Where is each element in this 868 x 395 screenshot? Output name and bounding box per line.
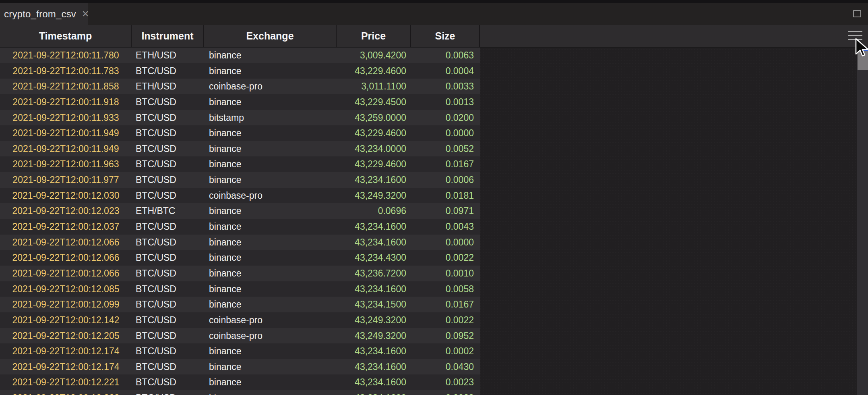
cell-exchange: binance [204, 266, 337, 281]
table-row[interactable]: 2021-09-22T12:00:11.933 BTC/USD bitstamp… [0, 110, 480, 126]
cell-timestamp: 2021-09-22T12:00:11.783 [0, 63, 132, 79]
cell-price: 43,234.1600 [337, 235, 411, 250]
cell-size: 0.0200 [411, 110, 480, 126]
table-row[interactable]: 2021-09-22T12:00:12.205 BTC/USD coinbase… [0, 328, 480, 344]
cell-timestamp: 2021-09-22T12:00:11.977 [0, 172, 132, 188]
tab-close-icon[interactable]: ✕ [82, 10, 89, 19]
table-row[interactable]: 2021-09-22T12:00:12.066 BTC/USD binance … [0, 235, 480, 250]
cell-timestamp: 2021-09-22T12:00:11.933 [0, 110, 132, 126]
cell-exchange: coinbase-pro [204, 328, 337, 344]
cell-exchange: binance [204, 219, 337, 235]
cell-timestamp: 2021-09-22T12:00:12.174 [0, 343, 132, 359]
cell-price: 43,234.1600 [337, 172, 411, 188]
table-row[interactable]: 2021-09-22T12:00:11.780 ETH/USD binance … [0, 48, 480, 63]
cell-instrument: BTC/USD [132, 141, 204, 157]
cell-size: 0.0167 [411, 297, 480, 312]
cell-size: 0.0063 [411, 48, 480, 63]
cell-timestamp: 2021-09-22T12:00:12.066 [0, 266, 132, 281]
cell-exchange: binance [204, 343, 337, 359]
cell-timestamp: 2021-09-22T12:00:12.085 [0, 281, 132, 297]
cell-instrument: BTC/USD [132, 328, 204, 344]
cell-size: 0.0043 [411, 219, 480, 235]
cell-size: 0.0022 [411, 312, 480, 328]
window-top-strip [0, 0, 868, 3]
cell-exchange: binance [204, 250, 337, 266]
vertical-scrollbar[interactable] [857, 48, 868, 395]
cell-timestamp: 2021-09-22T12:00:11.780 [0, 48, 132, 63]
tab-title: crypto_from_csv [4, 8, 76, 20]
cell-price: 43,234.1600 [337, 359, 411, 375]
table-row[interactable]: 2021-09-22T12:00:12.037 BTC/USD binance … [0, 219, 480, 235]
cell-timestamp: 2021-09-22T12:00:12.023 [0, 203, 132, 219]
cell-size: 0.0006 [411, 172, 480, 188]
cell-size: 0.0000 [411, 125, 480, 141]
cell-price: 3,011.1100 [337, 79, 411, 94]
table-row[interactable]: 2021-09-22T12:00:12.174 BTC/USD binance … [0, 343, 480, 359]
cell-exchange: binance [204, 48, 337, 63]
cell-size: 0.0058 [411, 281, 480, 297]
table-row[interactable]: 2021-09-22T12:00:12.023 ETH/BTC binance … [0, 203, 480, 219]
cell-size: 0.0033 [411, 79, 480, 94]
menu-hamburger-icon[interactable] [848, 31, 862, 40]
cell-size: 0.0167 [411, 156, 480, 172]
cell-timestamp: 2021-09-22T12:00:12.066 [0, 250, 132, 266]
table-row[interactable]: 2021-09-22T12:00:12.066 BTC/USD binance … [0, 250, 480, 266]
cell-instrument: BTC/USD [132, 156, 204, 172]
table-row[interactable]: 2021-09-22T12:00:11.949 BTC/USD binance … [0, 141, 480, 157]
cell-timestamp: 2021-09-22T12:00:11.949 [0, 125, 132, 141]
cell-exchange: binance [204, 141, 337, 157]
cell-price: 43,234.1600 [337, 219, 411, 235]
table-row[interactable]: 2021-09-22T12:00:11.977 BTC/USD binance … [0, 172, 480, 188]
cell-exchange: binance [204, 172, 337, 188]
cell-instrument: BTC/USD [132, 110, 204, 126]
column-header-timestamp[interactable]: Timestamp [0, 25, 132, 47]
cell-price: 43,229.4600 [337, 156, 411, 172]
table-row[interactable]: 2021-09-22T12:00:12.174 BTC/USD binance … [0, 359, 480, 375]
tab-bar: crypto_from_csv ✕ [0, 3, 868, 25]
cell-instrument: BTC/USD [132, 281, 204, 297]
cell-size: 0.0052 [411, 141, 480, 157]
table-row[interactable]: 2021-09-22T12:00:11.949 BTC/USD binance … [0, 125, 480, 141]
cell-timestamp: 2021-09-22T12:00:12.142 [0, 312, 132, 328]
table-row[interactable]: 2021-09-22T12:00:11.918 BTC/USD binance … [0, 94, 480, 110]
cell-size: 0.0430 [411, 359, 480, 375]
cell-exchange: binance [204, 281, 337, 297]
cell-timestamp: 2021-09-22T12:00:12.221 [0, 374, 132, 390]
cell-size: 0.0023 [411, 390, 480, 395]
cell-timestamp: 2021-09-22T12:00:12.228 [0, 390, 132, 395]
table-row[interactable]: 2021-09-22T12:00:12.221 BTC/USD binance … [0, 374, 480, 390]
cell-timestamp: 2021-09-22T12:00:11.858 [0, 79, 132, 94]
column-header-exchange[interactable]: Exchange [204, 25, 337, 47]
cell-price: 43,229.4600 [337, 125, 411, 141]
table-row[interactable]: 2021-09-22T12:00:12.085 BTC/USD binance … [0, 281, 480, 297]
cell-instrument: BTC/USD [132, 125, 204, 141]
cell-size: 0.0952 [411, 328, 480, 344]
cell-instrument: BTC/USD [132, 94, 204, 110]
tab-crypto-from-csv[interactable]: crypto_from_csv ✕ [0, 3, 88, 25]
restore-box-icon[interactable] [853, 10, 861, 17]
table-row[interactable]: 2021-09-22T12:00:11.858 ETH/USD coinbase… [0, 79, 480, 94]
table-row[interactable]: 2021-09-22T12:00:12.099 BTC/USD binance … [0, 297, 480, 312]
cell-price: 43,234.1600 [337, 343, 411, 359]
cell-timestamp: 2021-09-22T12:00:12.037 [0, 219, 132, 235]
cell-size: 0.0000 [411, 235, 480, 250]
table-row[interactable]: 2021-09-22T12:00:12.142 BTC/USD coinbase… [0, 312, 480, 328]
table-row[interactable]: 2021-09-22T12:00:11.783 BTC/USD binance … [0, 63, 480, 79]
cell-price: 43,249.3200 [337, 188, 411, 204]
cell-instrument: BTC/USD [132, 219, 204, 235]
table-row[interactable]: 2021-09-22T12:00:11.963 BTC/USD binance … [0, 156, 480, 172]
table-row[interactable]: 2021-09-22T12:00:12.066 BTC/USD binance … [0, 266, 480, 281]
cell-price: 43,234.1600 [337, 281, 411, 297]
table-row[interactable]: 2021-09-22T12:00:12.030 BTC/USD coinbase… [0, 188, 480, 204]
scroll-thumb[interactable] [858, 51, 868, 70]
column-header-size[interactable]: Size [411, 25, 480, 47]
cell-size: 0.0023 [411, 374, 480, 390]
cell-exchange: binance [204, 156, 337, 172]
cell-price: 43,234.4300 [337, 250, 411, 266]
cell-instrument: ETH/USD [132, 79, 204, 94]
column-header-instrument[interactable]: Instrument [132, 25, 204, 47]
column-header-price[interactable]: Price [337, 25, 411, 47]
cell-size: 0.0022 [411, 250, 480, 266]
cell-price: 43,259.0000 [337, 110, 411, 126]
table-row[interactable]: 2021-09-22T12:00:12.228 BTC/USD binance … [0, 390, 480, 395]
